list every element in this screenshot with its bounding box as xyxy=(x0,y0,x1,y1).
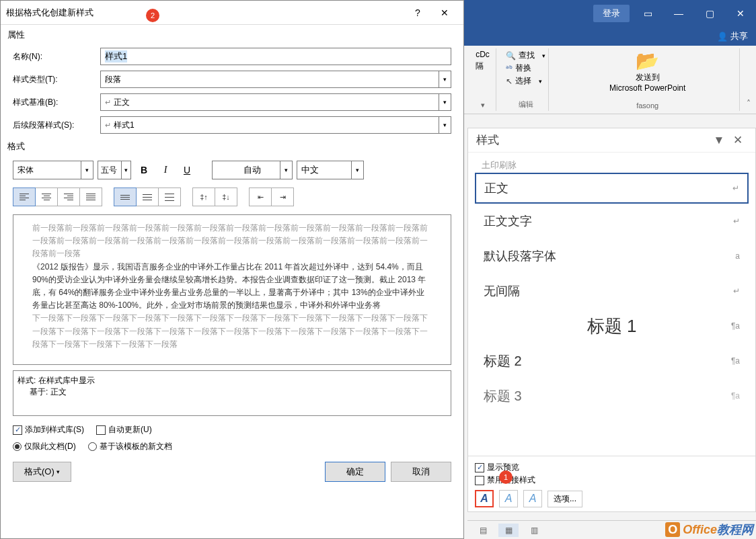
name-label: 名称(N): xyxy=(13,51,93,63)
font-combo[interactable]: 宋体▾ xyxy=(13,161,93,179)
space-before-dec-button[interactable]: ‡↓ xyxy=(215,188,237,206)
titlebar: 登录 ▭ — ▢ ✕ xyxy=(464,0,756,27)
annotation-badge-2: 2 xyxy=(146,9,159,22)
read-mode-button[interactable]: ▤ xyxy=(473,524,493,537)
chevron-down-icon[interactable]: ▾ xyxy=(439,117,451,133)
style-description: 样式: 在样式库中显示 基于: 正文 xyxy=(13,370,451,416)
align-center-button[interactable] xyxy=(35,188,58,206)
bold-button[interactable]: B xyxy=(135,161,153,179)
collapse-ribbon-icon[interactable]: ˄ xyxy=(747,99,751,108)
downbtn-icon[interactable]: ▾ xyxy=(481,101,485,110)
partial-label-2: 隔 xyxy=(476,60,484,72)
select-button[interactable]: ↖选择 ▾ xyxy=(506,75,542,87)
linespacing-15-button[interactable] xyxy=(136,188,159,206)
share-icon: 👤 xyxy=(717,32,728,42)
format-menu-button[interactable]: 格式(O) ▾ xyxy=(13,462,71,482)
login-button[interactable]: 登录 xyxy=(593,5,630,22)
size-combo[interactable]: 五号▾ xyxy=(98,161,131,179)
styles-options-button[interactable]: 选项... xyxy=(547,491,582,507)
dialog-title: 根据格式化创建新样式 xyxy=(6,7,404,19)
align-justify-button[interactable] xyxy=(79,188,102,206)
properties-header: 属性 xyxy=(1,25,463,45)
spacing-vert-group: ‡↑ ‡↓ xyxy=(192,188,237,206)
font-color-combo[interactable]: 自动▾ xyxy=(212,161,293,179)
help-button[interactable]: ? xyxy=(404,3,431,23)
cancel-button[interactable]: 取消 xyxy=(391,462,451,482)
chevron-down-icon[interactable]: ▾ xyxy=(439,71,451,87)
partial-label: cDc xyxy=(476,50,490,59)
auto-update-checkbox[interactable]: 自动更新(U) xyxy=(96,424,152,436)
desc-line1: 样式: 在样式库中显示 xyxy=(17,375,447,386)
close-button[interactable]: ✕ xyxy=(431,3,458,23)
style-item-nospacing[interactable]: 无间隔↵ xyxy=(475,274,749,308)
linespacing-2-button[interactable] xyxy=(158,188,181,206)
sendto-button[interactable]: 📂 发送到 Microsoft PowerPoint xyxy=(609,50,685,93)
dialog-titlebar: 根据格式化创建新样式 ? ✕ xyxy=(1,1,463,25)
annotation-badge-1: 1 xyxy=(499,470,513,484)
language-combo[interactable]: 中文▾ xyxy=(297,161,364,179)
styles-pane-footer: ✓显示预览 禁用链接样式 A A A 选项... xyxy=(468,456,755,511)
style-item-bodytext[interactable]: 正文文字↵ xyxy=(475,204,749,239)
pane-dropdown-icon[interactable]: ▼ xyxy=(710,134,728,147)
based-combo[interactable]: ↵正文▾ xyxy=(100,93,451,111)
chevron-down-icon[interactable]: ▾ xyxy=(81,161,93,179)
align-right-button[interactable] xyxy=(57,188,80,206)
window-close-button[interactable]: ✕ xyxy=(725,0,756,27)
chevron-down-icon[interactable]: ▾ xyxy=(351,161,363,179)
name-input[interactable]: 样式1 xyxy=(100,48,451,65)
style-item-heading1[interactable]: 标题 1¶a xyxy=(475,308,749,343)
align-left-button[interactable] xyxy=(13,188,36,206)
share-button[interactable]: 共享 xyxy=(730,30,748,42)
space-before-inc-button[interactable]: ‡↑ xyxy=(192,188,215,206)
based-label: 样式基准(B): xyxy=(13,97,93,108)
align-group xyxy=(13,188,102,206)
chevron-down-icon[interactable]: ▾ xyxy=(439,94,451,110)
web-layout-button[interactable]: ▥ xyxy=(524,524,544,537)
template-radio[interactable]: 基于该模板的新文档 xyxy=(88,441,172,452)
preview-pane: 前一段落前一段落前一段落前一段落前一段落前一段落前一段落前一段落前一段落前一段落… xyxy=(13,214,451,365)
style-inspector-button[interactable]: A xyxy=(499,490,518,507)
truncated-item: 土印刷脉 xyxy=(475,158,749,173)
show-preview-checkbox[interactable]: ✓显示预览 xyxy=(475,462,749,473)
style-item-heading3[interactable]: 标题 3¶a xyxy=(475,378,749,413)
preview-before-text: 前一段落前一段落前一段落前一段落前一段落前一段落前一段落前一段落前一段落前一段落… xyxy=(32,222,432,261)
next-combo[interactable]: ↵样式1▾ xyxy=(100,116,451,134)
style-list: 土印刷脉 正文↵ 正文文字↵ 默认段落字体a 无间隔↵ 标题 1¶a 标题 2¶… xyxy=(468,153,755,419)
linespacing-group xyxy=(114,188,180,206)
chevron-down-icon[interactable]: ▾ xyxy=(121,161,130,179)
fasong-group-label: fasong xyxy=(636,101,658,110)
next-label: 后续段落样式(S): xyxy=(13,120,93,131)
chevron-down-icon[interactable]: ▾ xyxy=(280,161,292,179)
disable-linked-checkbox[interactable]: 禁用链接样式 xyxy=(475,474,749,486)
find-button[interactable]: 🔍查找 ▾ xyxy=(506,50,545,61)
type-combo[interactable]: 段落▾ xyxy=(100,71,451,88)
pane-close-icon[interactable]: ✕ xyxy=(728,133,747,147)
add-to-gallery-checkbox[interactable]: ✓添加到样式库(S) xyxy=(13,424,84,436)
new-style-button[interactable]: A xyxy=(475,490,494,507)
maximize-button[interactable]: ▢ xyxy=(694,0,725,27)
preview-body-text: 《2012 版报告》显示，我国语言服务企业的中译外工作量占比在 2011 年首次… xyxy=(32,261,432,313)
linespacing-1-button[interactable] xyxy=(114,188,137,206)
ok-button[interactable]: 确定 xyxy=(325,462,385,482)
manage-styles-button[interactable]: A xyxy=(523,490,542,507)
print-layout-button[interactable]: ▦ xyxy=(498,524,519,537)
italic-button[interactable]: I xyxy=(157,161,174,179)
create-style-dialog: 根据格式化创建新样式 ? ✕ 2 属性 名称(N): 样式1 样式类型(T): … xyxy=(0,0,464,539)
style-item-defaultfont[interactable]: 默认段落字体a xyxy=(475,239,749,274)
doc-only-radio[interactable]: 仅限此文档(D) xyxy=(13,441,76,452)
underline-button[interactable]: U xyxy=(178,161,196,179)
folder-send-icon: 📂 xyxy=(609,50,685,72)
indent-inc-button[interactable]: ⇥ xyxy=(271,188,294,206)
styles-pane-title: 样式 xyxy=(476,132,499,148)
share-bar: 👤 共享 xyxy=(464,27,756,46)
style-item-heading2[interactable]: 标题 2¶a xyxy=(475,343,749,378)
format-header: 格式 xyxy=(1,136,463,157)
preview-after-text: 下一段落下一段落下一段落下一段落下一段落下一段落下一段落下一段落下一段落下一段落… xyxy=(32,312,432,351)
ribbon-options-button[interactable]: ▭ xyxy=(632,0,663,27)
replace-button[interactable]: ᵃᵇ替换 xyxy=(506,63,531,74)
minimize-button[interactable]: — xyxy=(663,0,694,27)
style-item-normal[interactable]: 正文↵ xyxy=(475,173,749,204)
indent-dec-button[interactable]: ⇤ xyxy=(249,188,272,206)
edit-group-label: 编辑 xyxy=(519,99,533,110)
desc-line2: 基于: 正文 xyxy=(17,386,447,398)
